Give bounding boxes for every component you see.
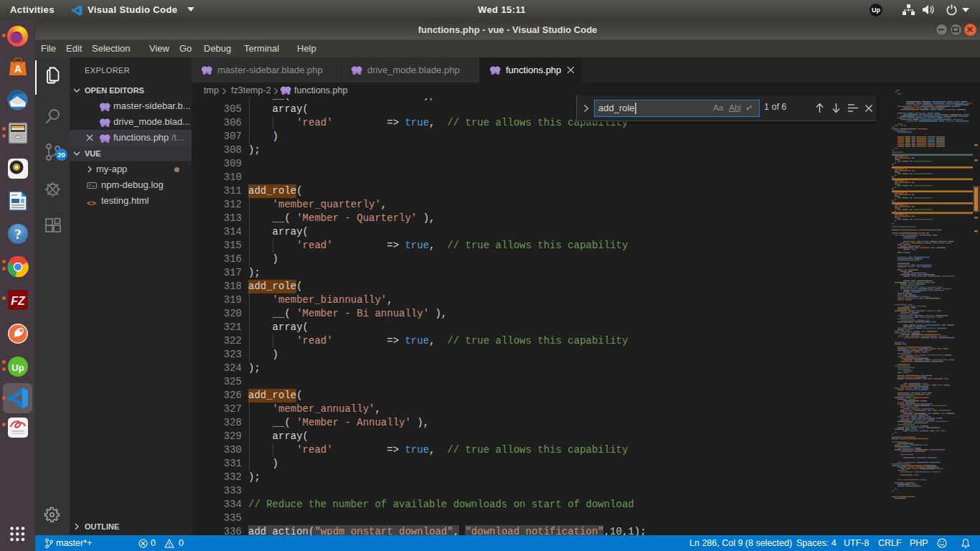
svg-text:A: A [14,63,22,75]
svg-text:Up: Up [11,362,24,373]
svg-text:?: ? [14,227,22,242]
svg-text:FZ: FZ [11,295,26,307]
